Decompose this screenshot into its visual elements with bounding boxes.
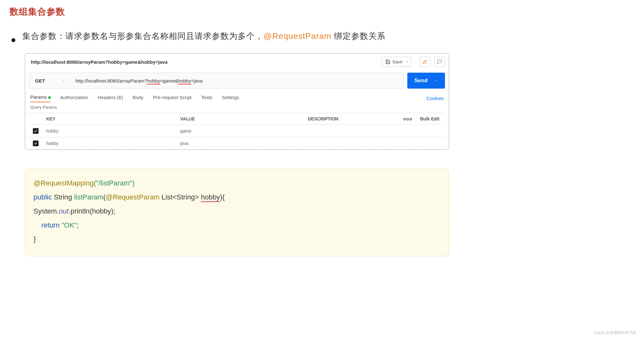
chevron-down-icon <box>405 60 409 64</box>
edit-button[interactable] <box>419 57 430 67</box>
cell-value[interactable]: game <box>176 125 304 137</box>
top-bar: http://localhost:8080/arrayParam?hobby=g… <box>29 57 445 67</box>
table-row: hobby java <box>29 137 445 150</box>
chevron-down-icon <box>62 79 66 83</box>
tab-settings[interactable]: Settings <box>222 95 239 102</box>
save-icon <box>385 59 390 64</box>
dot-icon <box>48 96 51 99</box>
cookies-link[interactable]: Cookies <box>426 96 444 101</box>
method-value: GET <box>35 78 45 83</box>
save-label: Save <box>392 59 403 64</box>
tab-authorization[interactable]: Authorization <box>60 95 88 102</box>
header-key: KEY <box>42 113 176 125</box>
tab-headers[interactable]: Headers (6) <box>98 95 123 102</box>
chevron-down-icon <box>434 79 438 83</box>
description-text: 集合参数：请求参数名与形参集合名称相同且请求参数为多个，@RequestPara… <box>22 31 386 42</box>
cell-value[interactable]: java <box>176 137 304 150</box>
header-more[interactable]: ooo <box>399 113 416 125</box>
tab-tests[interactable]: Tests <box>201 95 212 102</box>
comment-icon <box>437 59 442 64</box>
desc-prefix: 集合参数：请求参数名与形参集合名称相同且请求参数为多个， <box>22 31 263 41</box>
url-input[interactable]: http://localhost:8080/arrayParam?hobby=g… <box>70 73 403 89</box>
tab-pre-request[interactable]: Pre-request Script <box>153 95 192 102</box>
tab-body[interactable]: Body <box>132 95 143 102</box>
comment-button[interactable] <box>434 57 445 67</box>
header-description: DESCRIPTION <box>304 113 399 125</box>
desc-annotation: @RequestParam <box>263 31 331 41</box>
header-value: VALUE <box>176 113 304 125</box>
send-button[interactable]: Send <box>407 73 445 89</box>
request-row: GET http://localhost:8080/arrayParam?hob… <box>29 73 445 89</box>
cell-key[interactable]: hobby <box>42 125 176 137</box>
params-table: KEY VALUE DESCRIPTION ooo Bulk Edit hobb… <box>29 113 445 149</box>
tab-params[interactable]: Params <box>30 94 51 102</box>
request-title: http://localhost:8080/arrayParam?hobby=g… <box>29 59 377 65</box>
page-title: 数组集合参数 <box>10 6 634 18</box>
row-checkbox[interactable] <box>33 128 39 134</box>
description-bullet: 集合参数：请求参数名与形参集合名称相同且请求参数为多个，@RequestPara… <box>11 31 634 42</box>
save-dropdown-button[interactable] <box>403 57 411 67</box>
send-label: Send <box>414 77 428 84</box>
pencil-icon <box>422 59 427 64</box>
bulk-edit-link[interactable]: Bulk Edit <box>416 113 445 125</box>
cell-key[interactable]: hobby <box>42 137 176 150</box>
row-checkbox[interactable] <box>33 141 39 146</box>
table-row: hobby game <box>29 125 445 137</box>
url-text: http://localhost:8080/arrayParam?hobby=g… <box>75 78 203 83</box>
desc-suffix: 绑定参数关系 <box>331 31 386 41</box>
params-header-row: KEY VALUE DESCRIPTION ooo Bulk Edit <box>29 113 445 125</box>
code-block: @RequestMapping("/listParam") public Str… <box>25 169 449 256</box>
method-select[interactable]: GET <box>29 73 70 89</box>
query-title: Query Params <box>30 105 445 110</box>
tabs-row: Params Authorization Headers (6) Body Pr… <box>29 94 445 102</box>
postman-panel: http://localhost:8080/arrayParam?hobby=g… <box>25 53 449 150</box>
bullet-icon <box>11 38 15 42</box>
